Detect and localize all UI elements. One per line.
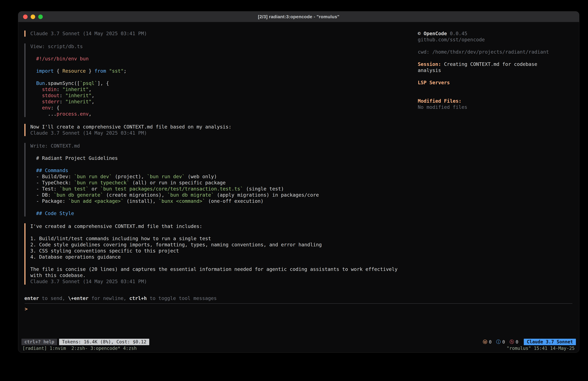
text-segment: (all) or run in specific package — [129, 180, 226, 185]
text-segment: `bunx <command>` — [159, 198, 205, 204]
tool-write-block: Write: CONTEXT.md # Radiant Project Guid… — [24, 143, 418, 217]
text-segment: , — [89, 111, 91, 117]
text-segment: #!/usr/bin/env bun — [30, 56, 89, 62]
text-segment: - DB: — [30, 192, 54, 198]
terminal-line — [30, 204, 418, 210]
text-segment: Modified Files: — [418, 98, 462, 104]
text-segment: OpenCode — [423, 31, 447, 36]
minimize-button[interactable] — [31, 15, 35, 19]
text-segment: - Package: — [30, 198, 68, 204]
text-segment: Bun — [36, 80, 45, 86]
sidebar: © OpenCode 0.0.45github.com/sst/opencode… — [418, 30, 579, 295]
terminal-line: - Package: `bun add <package>` (install)… — [30, 198, 418, 204]
text-segment: "sst" — [109, 68, 124, 74]
terminal-line: LSP Servers — [418, 80, 572, 86]
text-segment: - TypeCheck: — [30, 180, 74, 185]
prompt-input[interactable]: > — [18, 305, 579, 313]
text-segment: { — [54, 68, 63, 74]
info-icon: ⓘ — [496, 339, 501, 345]
input-divider — [25, 303, 572, 304]
zoom-button[interactable] — [38, 15, 43, 19]
text-segment: `bun db generate` — [54, 192, 103, 198]
model-chip[interactable]: Claude 3.7 Sonnet — [524, 339, 576, 345]
text-segment — [30, 87, 42, 92]
text-segment: Session: — [418, 61, 441, 67]
hint-diagnostic: ⓗ0 — [510, 339, 519, 345]
text-segment: stderr — [42, 99, 59, 104]
terminal-line — [418, 43, 572, 49]
text-segment: Creating CONTEXT.md for codebase — [441, 61, 537, 67]
text-segment: Write: CONTEXT.md — [30, 143, 80, 149]
tmux-window-list[interactable]: [radiant] 1:nvim 2:zsh- 3:opencode* 4:zs… — [22, 346, 137, 351]
terminal-line — [30, 62, 418, 68]
terminal-line: env: { — [30, 105, 418, 111]
text-segment: ; — [124, 68, 126, 74]
text-segment: , — [89, 87, 91, 92]
text-segment: analysis — [418, 67, 441, 73]
assistant-note: Now I'll create a comprehensive CONTEXT.… — [24, 124, 418, 136]
terminal-line — [30, 49, 418, 56]
terminal-line — [30, 149, 418, 155]
text-segment: Claude 3.7 Sonnet (14 May 2025 03:41 PM) — [30, 31, 147, 36]
text-segment: (install), — [124, 198, 159, 204]
text-segment: `bun run typecheck` — [74, 180, 129, 185]
text-segment: Now I'll create a comprehensive CONTEXT.… — [30, 124, 231, 130]
terminal-line: import { Resource } from "sst"; — [30, 68, 418, 74]
text-segment: process.env — [57, 111, 89, 117]
terminal-line — [30, 74, 418, 80]
help-segment: to send, — [39, 295, 68, 301]
text-segment: "inherit" — [65, 93, 92, 98]
help-segment: enter — [24, 295, 39, 301]
text-segment: # Radiant Project Guidelines — [30, 155, 118, 161]
hint-icon: ⓗ — [510, 339, 514, 345]
status-bar: ctrl+? help Tokens: 16.4K (8%), Cost: $0… — [18, 338, 579, 345]
text-segment: Claude 3.7 Sonnet (14 May 2025 03:41 PM) — [30, 279, 147, 284]
terminal-line: stderr: "inherit", — [30, 99, 418, 105]
terminal-line: - TypeCheck: `bun run typecheck` (all) o… — [30, 180, 418, 186]
terminal-line: Claude 3.7 Sonnet (14 May 2025 03:41 PM) — [30, 130, 418, 136]
terminal-line: stdin: "inherit", — [30, 86, 418, 92]
text-segment: 0.0.45 — [447, 31, 467, 36]
message-list: Claude 3.7 Sonnet (14 May 2025 03:41 PM)… — [24, 30, 418, 295]
terminal-line — [30, 229, 418, 236]
text-segment: (web only) — [185, 174, 217, 179]
info-diagnostic: ⓘ0 — [496, 339, 505, 345]
text-segment: "inherit" — [65, 99, 92, 104]
terminal-line: #!/usr/bin/env bun — [30, 56, 418, 62]
text-segment: ## Commands — [30, 168, 68, 173]
text-segment: , — [91, 99, 94, 104]
text-segment — [30, 105, 42, 111]
text-segment — [30, 68, 36, 74]
terminal-line: # Radiant Project Guidelines — [30, 155, 418, 161]
window-titlebar[interactable]: [2/3] radiant:3:opencode - "romulus" — [18, 11, 579, 22]
terminal-line: 1. Build/lint/test commands including ho… — [30, 236, 418, 242]
text-segment: `psql` — [80, 80, 97, 86]
terminal-line: 3. CSS styling conventions specific to t… — [30, 248, 418, 254]
prompt-symbol: > — [25, 306, 28, 312]
text-segment: © — [418, 31, 423, 36]
text-segment: 2. Code style guidelines covering import… — [30, 242, 322, 247]
text-segment — [30, 99, 42, 104]
terminal-line: Write: CONTEXT.md — [30, 143, 418, 149]
help-shortcut-chip[interactable]: ctrl+? help — [21, 339, 57, 345]
text-segment: : — [60, 93, 65, 98]
terminal-window: [2/3] radiant:3:opencode - "romulus" Cla… — [18, 11, 579, 353]
help-segment: ctrl+h — [129, 295, 147, 301]
terminal-body: Claude 3.7 Sonnet (14 May 2025 03:41 PM)… — [18, 22, 579, 338]
tokens-cost-chip: Tokens: 16.4K (8%), Cost: $0.12 — [59, 339, 149, 345]
tmux-session-info: "romulus" 15:41 14-May-25 — [507, 346, 575, 351]
input-area-spacer[interactable] — [18, 313, 579, 338]
text-segment: ... — [30, 111, 57, 117]
assistant-header: Claude 3.7 Sonnet (14 May 2025 03:41 PM) — [24, 30, 418, 37]
terminal-line: Claude 3.7 Sonnet (14 May 2025 03:41 PM) — [30, 278, 418, 285]
close-button[interactable] — [23, 15, 28, 19]
text-segment: import — [36, 68, 54, 74]
text-segment: .spawnSync([ — [45, 80, 80, 86]
text-segment: 4. Database operations guidance — [30, 254, 121, 260]
text-segment — [30, 93, 42, 98]
warning-icon: Ⓦ — [483, 339, 487, 345]
traffic-lights — [23, 11, 43, 22]
text-segment: I've created a comprehensive CONTEXT.md … — [30, 224, 202, 229]
terminal-line: - DB: `bun db generate` (create migratio… — [30, 192, 418, 198]
terminal-line: stdout: "inherit", — [30, 92, 418, 99]
